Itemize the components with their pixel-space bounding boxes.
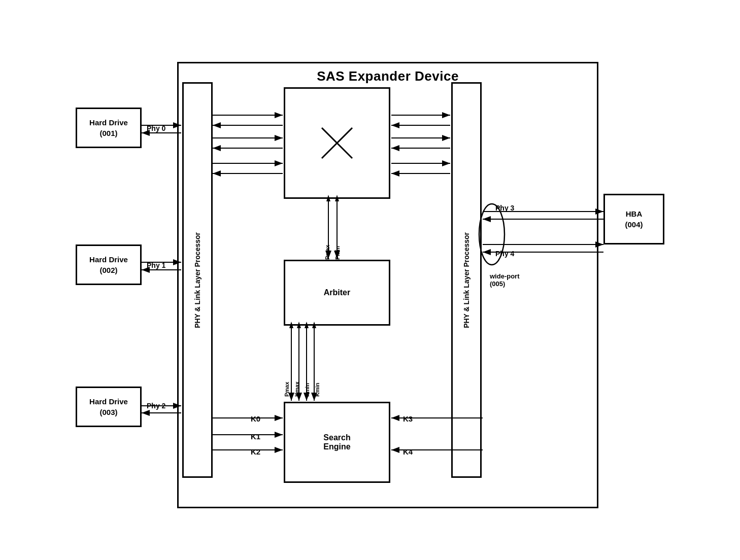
phy-left-label: PHY & Link Layer Processor — [193, 232, 201, 328]
diagram-container: Hard Drive(001) Hard Drive(002) Hard Dri… — [65, 31, 675, 529]
pmax-label-bottom: Pmax — [284, 331, 290, 397]
hard-drive-1: Hard Drive(001) — [76, 108, 142, 148]
arbiter-box: Arbiter — [284, 260, 390, 326]
phy-right-processor: PHY & Link Layer Processor — [451, 82, 482, 478]
phy4-label: Phy 4 — [495, 250, 514, 258]
sas-title: SAS Expander Device — [179, 63, 597, 89]
k4-label: K4 — [403, 447, 413, 456]
phy-left-processor: PHY & Link Layer Processor — [182, 82, 213, 478]
phy2-label: Phy 2 — [147, 402, 165, 410]
phy3-label: Phy 3 — [495, 204, 514, 212]
wide-port-label: wide-port(005) — [490, 272, 520, 288]
k0-label: K0 — [251, 414, 260, 423]
pmax-label-top: Pmax — [324, 204, 330, 260]
kmax-label: Kmax — [294, 331, 300, 397]
hba-box: HBA(004) — [603, 194, 664, 244]
hard-drive-2: Hard Drive(002) — [76, 244, 142, 285]
k2-label: K2 — [251, 447, 260, 456]
pmin-label-bottom: Pmin — [304, 331, 310, 397]
kmin-label: Kmin — [314, 331, 320, 397]
k1-label: K1 — [251, 432, 260, 441]
phy1-label: Phy 1 — [147, 261, 165, 269]
pmin-label-top: Pmin — [334, 204, 341, 260]
phy0-label: Phy 0 — [147, 124, 165, 132]
k3-label: K3 — [403, 414, 413, 423]
crossbar-switch — [284, 87, 390, 199]
phy-right-label: PHY & Link Layer Processor — [462, 232, 470, 328]
arbiter-label: Arbiter — [324, 288, 350, 297]
hard-drive-3: Hard Drive(003) — [76, 387, 142, 427]
search-engine-box: SearchEngine — [284, 402, 390, 483]
